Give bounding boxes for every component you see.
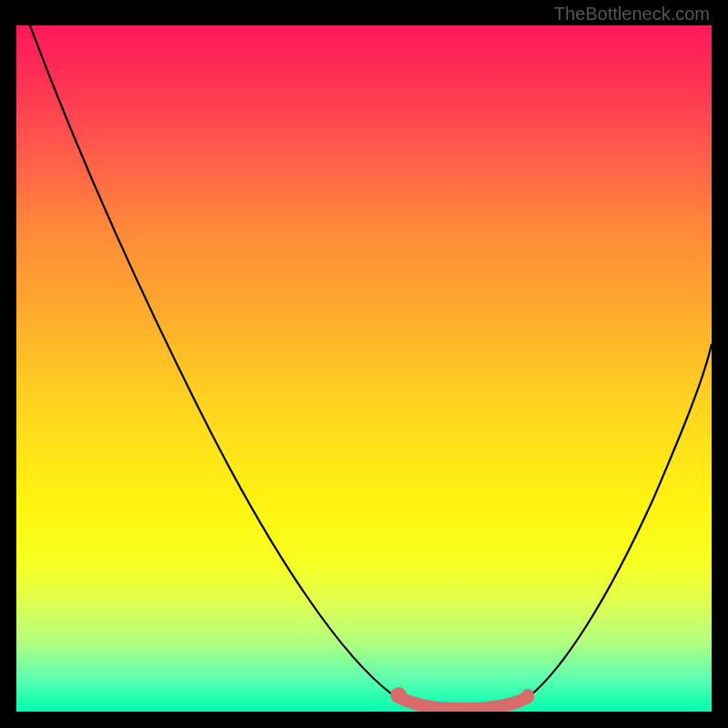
bottleneck-curve-line	[30, 25, 712, 708]
curve-svg	[16, 25, 712, 712]
optimal-range-highlight	[399, 697, 528, 709]
watermark-text: TheBottleneck.com	[554, 4, 710, 25]
highlight-endpoint-left	[390, 687, 407, 703]
plot-area	[16, 25, 712, 712]
highlight-endpoint-right	[521, 689, 534, 702]
